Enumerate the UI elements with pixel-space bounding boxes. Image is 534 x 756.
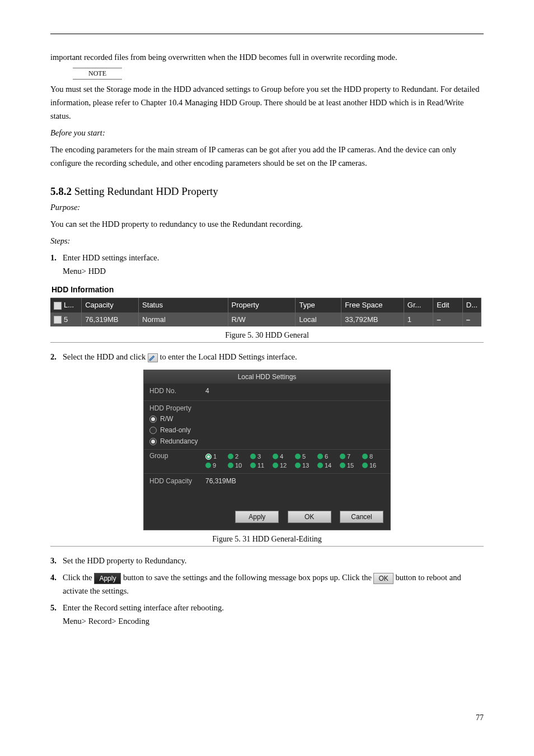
page-number: 77 <box>476 713 484 722</box>
group-option[interactable]: 15 <box>340 461 362 470</box>
checkbox-header[interactable] <box>54 302 62 310</box>
group-option[interactable]: 1 <box>205 452 228 461</box>
group-option[interactable]: 11 <box>250 461 273 470</box>
step-text: Set the HDD property to Redundancy. <box>63 556 186 565</box>
group-label: Group <box>149 452 205 460</box>
hdd-no-label: HDD No. <box>149 387 205 395</box>
note-text: You must set the Storage mode in the HDD… <box>50 85 479 120</box>
radio-redundancy[interactable]: Redundancy <box>144 436 390 447</box>
hdd-property-label: HDD Property <box>144 401 390 413</box>
group-option[interactable]: 9 <box>205 461 228 470</box>
step-path: Menu> Record> Encoding <box>63 617 149 626</box>
ok-button[interactable]: OK <box>288 511 331 523</box>
purpose-label: Purpose: <box>50 203 80 212</box>
group-option[interactable]: 7 <box>340 452 362 461</box>
before-text: The encoding parameters for the main str… <box>50 145 456 167</box>
hdd-capacity-label: HDD Capacity <box>149 477 205 485</box>
figure-caption: Figure 5. 31 HDD General-Editing <box>212 535 322 543</box>
group-option[interactable]: 16 <box>362 461 385 470</box>
cancel-button[interactable]: Cancel <box>340 511 383 523</box>
table-row[interactable]: 5 76,319MB Normal R/W Local 33,792MB 1 –… <box>50 312 481 327</box>
group-option[interactable]: 8 <box>362 452 385 461</box>
group-option[interactable]: 4 <box>273 452 295 461</box>
paragraph-text: important recorded files from being over… <box>50 53 397 62</box>
figure-caption: Figure 5. 30 HDD General <box>225 331 309 339</box>
hdd-capacity-value: 76,319MB <box>205 477 385 485</box>
dialog-title: Local HDD Settings <box>144 370 390 384</box>
step-text: Select the HDD and click <box>63 352 148 361</box>
step-number: 1. <box>50 251 63 278</box>
group-option[interactable]: 12 <box>273 461 295 470</box>
row-checkbox[interactable] <box>54 316 62 324</box>
delete-cell[interactable]: – <box>462 312 481 327</box>
ok-button-img: OK <box>373 573 393 584</box>
step-number: 4. <box>50 571 63 598</box>
step-number: 2. <box>50 351 63 364</box>
step-text: Click the <box>63 573 94 582</box>
step-text: Enter the Record setting interface after… <box>63 603 224 612</box>
step-text: button to save the settings and the foll… <box>123 573 373 582</box>
local-hdd-settings-dialog: Local HDD Settings HDD No. 4 HDD Propert… <box>143 370 391 530</box>
group-option[interactable]: 5 <box>295 452 317 461</box>
group-option[interactable]: 6 <box>317 452 340 461</box>
step-text: Enter HDD settings interface. <box>63 253 159 262</box>
hdd-information-table: HDD Information L... Capacity Status Pro… <box>50 284 481 326</box>
group-option[interactable]: 2 <box>228 452 250 461</box>
before-label: Before you start: <box>50 128 105 137</box>
step-path: Menu> HDD <box>63 267 106 276</box>
edit-cell[interactable]: – <box>433 312 462 327</box>
hdd-info-title: HDD Information <box>50 284 481 298</box>
group-option[interactable]: 3 <box>250 452 273 461</box>
apply-button-img: Apply <box>94 573 121 584</box>
note-box: NOTE <box>73 68 122 80</box>
group-option[interactable]: 10 <box>228 461 250 470</box>
group-option[interactable]: 13 <box>295 461 317 470</box>
radio-readonly[interactable]: Read-only <box>144 424 390 436</box>
step-number: 5. <box>50 601 63 628</box>
apply-button[interactable]: Apply <box>235 511 279 523</box>
group-option[interactable]: 14 <box>317 461 340 470</box>
section-heading: 5.8.2 Setting Redundant HDD Property <box>50 185 484 198</box>
step-number: 3. <box>50 554 63 568</box>
purpose-text: You can set the HDD property to redundan… <box>50 220 303 228</box>
step-text: to enter the Local HDD Settings interfac… <box>160 352 297 361</box>
radio-rw[interactable]: R/W <box>144 413 390 424</box>
steps-label: Steps: <box>50 236 70 245</box>
hdd-no-value: 4 <box>205 387 385 395</box>
edit-icon <box>148 353 158 362</box>
